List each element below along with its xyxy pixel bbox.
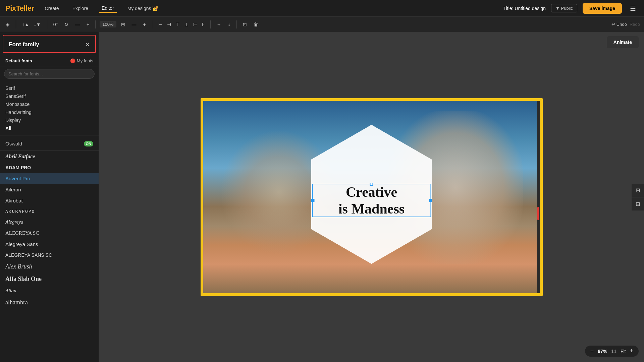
align-center-h[interactable]: ⊣ (165, 20, 173, 28)
font-alhambra[interactable]: alhambra (0, 296, 99, 309)
font-list: Oswald ON Abril Fatface ADAM PRO Advent … (0, 135, 99, 362)
undo-icon: ↩ (611, 22, 615, 27)
oswald-toggle-row: Oswald ON (0, 138, 99, 151)
zoom-control: − 97% 11 Fit + (585, 346, 639, 357)
right-tool-add[interactable]: ⊞ (632, 184, 644, 197)
close-font-panel-button[interactable]: ✕ (85, 41, 90, 48)
undo-label: Undo (616, 22, 627, 27)
toolbar-separator-1 (16, 20, 16, 28)
zoom-percent-display: 97% (598, 349, 607, 354)
delete-button[interactable]: 🗑 (252, 20, 260, 28)
canvas-text-line1: Creative (312, 184, 431, 200)
editor-toolbar: ◈ ↑▲ ↓▼ 0° ↻ — + 100% ⊞ — + ⊢ ⊣ ⊤ ⊥ ⊨ ⊧ … (0, 17, 644, 32)
align-left[interactable]: ⊢ (156, 20, 164, 28)
frame-button[interactable]: ⊡ (241, 20, 249, 28)
right-tool-layers[interactable]: ⊟ (632, 197, 644, 210)
category-all[interactable]: All (5, 124, 93, 132)
nav-create[interactable]: Create (42, 4, 62, 12)
undo-area: ↩ Undo Redo (611, 22, 640, 27)
move-down-button[interactable]: ↓▼ (32, 20, 43, 28)
move-up-button[interactable]: ↑▲ (20, 20, 31, 28)
undo-button[interactable]: ↩ Undo (611, 22, 627, 27)
minus-button[interactable]: — (73, 20, 82, 28)
oswald-toggle[interactable]: ON (84, 141, 94, 146)
font-family-panel: Font family ✕ (3, 35, 96, 53)
rotate-value[interactable]: 0° (51, 20, 60, 28)
align-bottom[interactable]: ⊧ (200, 20, 206, 28)
font-advent-pro[interactable]: Advent Pro (0, 173, 99, 184)
canvas-area[interactable]: Animate Creative is M (99, 32, 644, 362)
zoom-fit-button[interactable]: Fit (621, 349, 626, 354)
category-monospace[interactable]: Monospace (5, 100, 93, 108)
title-area: Title: Untitled design (503, 6, 546, 11)
logo[interactable]: PixTeller (5, 4, 34, 13)
font-alfa-slab[interactable]: Alfa Slab One (0, 273, 99, 285)
canvas-scroll-thumb (537, 207, 539, 220)
toolbar-separator-3 (95, 20, 96, 28)
font-akurapopo[interactable]: AKURAPOPO (0, 206, 99, 217)
font-search-box (4, 69, 95, 79)
font-search-input[interactable] (4, 69, 95, 79)
align-right[interactable]: ⊤ (174, 20, 182, 28)
top-nav: PixTeller Create Explore Editor My desig… (0, 0, 644, 17)
font-allan[interactable]: Allan (0, 285, 99, 296)
font-alegreya-sc[interactable]: ALEGREYA SC (0, 228, 99, 239)
category-display[interactable]: Display (5, 116, 93, 124)
canvas-text-line2: is Madness (312, 200, 431, 217)
logo-pix: Pix (5, 4, 16, 12)
zoom-in-button[interactable]: + (630, 348, 633, 355)
font-family-title: Font family (9, 41, 39, 48)
canvas-wrapper[interactable]: Creative is Madness (201, 98, 543, 296)
hamburger-menu-button[interactable]: ☰ (627, 3, 639, 14)
zoom-out-button[interactable]: − (590, 348, 594, 355)
font-aileron[interactable]: Aileron (0, 184, 99, 195)
flip-h-button[interactable]: ↔ (215, 20, 223, 28)
zoom-grid-button[interactable]: ⊞ (119, 20, 127, 28)
font-alex-brush[interactable]: Alex Brush (0, 260, 99, 273)
font-tabs: Default fonts 🔴 My fonts (0, 56, 99, 66)
main-layout: Font family ✕ Default fonts 🔴 My fonts S… (0, 32, 644, 362)
tab-default-fonts[interactable]: Default fonts (5, 58, 32, 63)
plus-button[interactable]: + (85, 20, 91, 28)
font-abril-fatface[interactable]: Abril Fatface (0, 151, 99, 162)
nav-editor[interactable]: Editor (99, 4, 117, 13)
category-handwriting[interactable]: Handwritting (5, 108, 93, 116)
font-categories: Serif SansSerif Monospace Handwritting D… (0, 81, 99, 135)
oswald-font-name[interactable]: Oswald (5, 141, 22, 146)
rotate-button[interactable]: ↻ (62, 20, 70, 28)
layers-button[interactable]: ◈ (4, 20, 12, 28)
animate-button[interactable]: Animate (607, 36, 639, 48)
redo-label[interactable]: Redo (630, 22, 640, 27)
zoom-plus[interactable]: + (141, 20, 148, 28)
category-serif[interactable]: Serif (5, 84, 93, 92)
font-akrobat[interactable]: Akrobat (0, 195, 99, 206)
font-adam-pro[interactable]: ADAM PRO (0, 162, 99, 173)
font-alegreya-sans[interactable]: Alegreya Sans (0, 239, 99, 250)
title-value[interactable]: Untitled design (515, 6, 546, 11)
toolbar-separator-6 (236, 20, 237, 28)
zoom-minus[interactable]: — (130, 20, 139, 28)
right-tools: ⊞ ⊟ (632, 184, 644, 210)
visibility-button[interactable]: ▼ Public (551, 4, 577, 12)
save-image-button[interactable]: Save image (583, 3, 622, 14)
align-center-v[interactable]: ⊨ (191, 20, 199, 28)
align-group: ⊢ ⊣ ⊤ ⊥ ⊨ ⊧ (156, 20, 206, 28)
zoom-percentage: 100% (100, 21, 116, 27)
canvas-text[interactable]: Creative is Madness (312, 184, 431, 218)
font-alegreya[interactable]: Alegreya (0, 217, 99, 228)
toolbar-separator-5 (210, 20, 211, 28)
font-alegreya-sans-sc[interactable]: ALEGREYA SANS SC (0, 250, 99, 260)
category-sansserif[interactable]: SansSerif (5, 92, 93, 100)
tab-my-fonts[interactable]: 🔴 My fonts (70, 58, 93, 63)
toolbar-separator-2 (47, 20, 47, 28)
nav-explore[interactable]: Explore (70, 4, 91, 12)
title-label: Title: (503, 6, 514, 11)
canvas-scroll-indicator (537, 101, 540, 293)
nav-mydesigns[interactable]: My designs 👑 (125, 4, 161, 12)
flip-v-button[interactable]: ↕ (226, 20, 232, 28)
logo-teller: Teller (16, 4, 34, 12)
align-top[interactable]: ⊥ (182, 20, 191, 28)
transform-group: ↑▲ ↓▼ (20, 20, 43, 28)
left-sidebar: Font family ✕ Default fonts 🔴 My fonts S… (0, 32, 99, 362)
nav-right: Title: Untitled design ▼ Public Save ima… (503, 3, 639, 14)
